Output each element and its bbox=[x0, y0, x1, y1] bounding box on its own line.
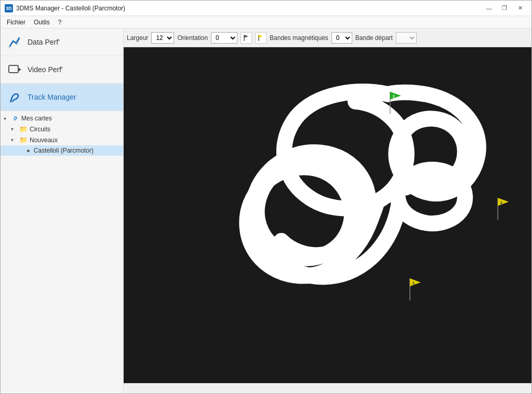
main-window: 3D 3DMS Manager - Castelloli (Parcmotor)… bbox=[0, 0, 532, 394]
bande-depart-select[interactable] bbox=[396, 32, 417, 44]
largeur-label: Largeur bbox=[127, 34, 148, 42]
svg-text:3: 3 bbox=[393, 94, 395, 99]
nav-track-manager[interactable]: Track Manager bbox=[1, 84, 123, 111]
bandes-label: Bandes magnétiques bbox=[270, 34, 328, 42]
content-area: Largeur 12 8 10 14 16 Orientation 0 45 9… bbox=[124, 29, 531, 393]
svg-marker-7 bbox=[259, 35, 263, 38]
track-svg: 3 2 1 bbox=[124, 47, 531, 383]
menubar: Fichier Outils ? bbox=[1, 16, 531, 29]
app-icon: 3D bbox=[5, 4, 13, 12]
nav-video-perf[interactable]: Video Perf' bbox=[1, 56, 123, 84]
window-title: 3DMS Manager - Castelloli (Parcmotor) bbox=[16, 5, 125, 12]
tree-root-label: Mes cartes bbox=[21, 115, 52, 122]
titlebar-controls: — ❐ ✕ bbox=[482, 3, 527, 13]
orientation-label: Orientation bbox=[177, 34, 208, 42]
tree-nouveaux[interactable]: ▾ 📁 Nouveaux bbox=[1, 134, 123, 145]
minimize-button[interactable]: — bbox=[482, 3, 496, 13]
main-layout: Data Perf' Video Perf' Track Manager bbox=[1, 29, 531, 393]
flag-button-2[interactable] bbox=[255, 32, 267, 44]
tree-circuits[interactable]: ▾ 📁 Circuits bbox=[1, 124, 123, 134]
menu-fichier[interactable]: Fichier bbox=[3, 18, 30, 27]
tree-nouveaux-folder-icon: 📁 bbox=[19, 136, 28, 144]
tree-nouveaux-chevron: ▾ bbox=[11, 137, 17, 143]
sidebar: Data Perf' Video Perf' Track Manager bbox=[1, 29, 124, 393]
tree-track-label: Castelloli (Parcmotor) bbox=[34, 147, 94, 154]
nav-data-perf-label: Data Perf' bbox=[28, 38, 60, 46]
svg-point-3 bbox=[10, 100, 12, 102]
tree-circuits-folder-icon: 📁 bbox=[19, 125, 28, 133]
menu-outils[interactable]: Outils bbox=[30, 18, 54, 27]
restore-button[interactable]: ❐ bbox=[497, 3, 512, 13]
tree-root-chevron: ▾ bbox=[4, 116, 10, 121]
tree-nouveaux-label: Nouveaux bbox=[30, 137, 58, 144]
flag1-icon bbox=[242, 34, 250, 42]
bande-depart-label: Bande départ bbox=[355, 34, 393, 42]
video-perf-icon bbox=[8, 62, 22, 77]
flag2-icon bbox=[257, 34, 265, 42]
tree-track-bullet: ● bbox=[26, 147, 30, 154]
titlebar-left: 3D 3DMS Manager - Castelloli (Parcmotor) bbox=[5, 4, 125, 12]
largeur-select[interactable]: 12 8 10 14 16 bbox=[151, 32, 174, 44]
svg-rect-0 bbox=[9, 65, 18, 73]
tree-root[interactable]: ▾ Mes cartes bbox=[1, 113, 123, 124]
statusbar bbox=[124, 383, 531, 393]
menu-aide[interactable]: ? bbox=[54, 18, 66, 27]
svg-marker-1 bbox=[18, 67, 21, 72]
track-manager-icon bbox=[8, 90, 22, 104]
orientation-select[interactable]: 0 45 90 135 180 bbox=[211, 32, 237, 44]
svg-text:2: 2 bbox=[500, 200, 502, 205]
tree: ▾ Mes cartes ▾ 📁 Circuits ▾ 📁 Nouveaux bbox=[1, 111, 123, 393]
titlebar: 3D 3DMS Manager - Castelloli (Parcmotor)… bbox=[1, 1, 531, 16]
track-canvas: 3 2 1 bbox=[124, 47, 531, 383]
flag-button-1[interactable] bbox=[241, 32, 252, 44]
tree-track-castelloli[interactable]: ● Castelloli (Parcmotor) bbox=[1, 145, 123, 156]
tree-circuits-label: Circuits bbox=[30, 126, 50, 133]
tree-circuits-chevron: ▾ bbox=[11, 126, 17, 132]
nav-track-manager-label: Track Manager bbox=[28, 93, 76, 101]
data-perf-icon bbox=[8, 35, 22, 49]
close-button[interactable]: ✕ bbox=[513, 3, 527, 13]
nav-data-perf[interactable]: Data Perf' bbox=[1, 29, 123, 56]
toolbar: Largeur 12 8 10 14 16 Orientation 0 45 9… bbox=[124, 29, 531, 47]
nav-video-perf-label: Video Perf' bbox=[28, 65, 63, 74]
svg-marker-5 bbox=[244, 35, 248, 38]
tree-root-icon bbox=[12, 115, 19, 122]
bandes-select[interactable]: 0 1 2 3 bbox=[331, 32, 352, 44]
